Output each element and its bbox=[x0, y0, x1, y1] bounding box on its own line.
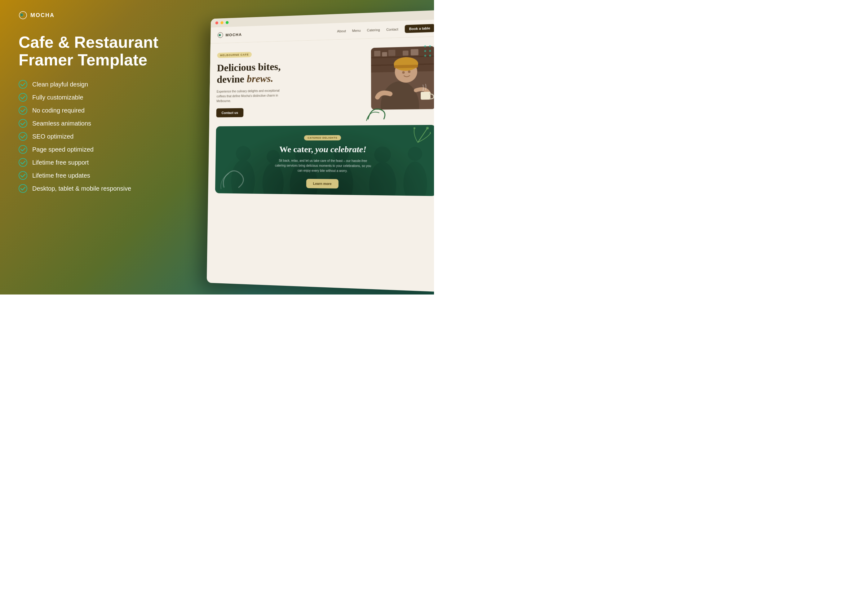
svg-point-53 bbox=[426, 127, 429, 129]
feature-item: Lifetime free updates bbox=[19, 171, 186, 180]
catering-title: We cater, you celebrate! bbox=[221, 144, 430, 155]
contact-us-button[interactable]: Contact us bbox=[216, 108, 244, 118]
feature-item: Page speed optimized bbox=[19, 145, 186, 154]
browser-mockup: MOCHA About Menu Catering Contact Book a… bbox=[207, 10, 434, 292]
feature-item: Clean playful design bbox=[19, 80, 186, 89]
feature-item: Fully customizable bbox=[19, 93, 186, 102]
svg-rect-19 bbox=[374, 51, 380, 56]
nav-book-table[interactable]: Book a table bbox=[404, 24, 434, 33]
melbourne-badge: MELBOURNE CAFE bbox=[217, 52, 252, 58]
browser-dot-minimize bbox=[220, 21, 223, 24]
svg-point-55 bbox=[430, 132, 431, 134]
svg-point-2 bbox=[21, 14, 23, 16]
nav-links: About Menu Catering Contact Book a table bbox=[337, 24, 434, 35]
svg-point-54 bbox=[413, 127, 415, 129]
browser-dot-maximize bbox=[226, 21, 229, 24]
check-icon bbox=[19, 119, 27, 128]
svg-point-37 bbox=[424, 55, 426, 57]
check-icon bbox=[19, 171, 27, 180]
check-icon bbox=[19, 145, 27, 154]
catering-badge: CATERED DELIGHTS bbox=[304, 135, 341, 140]
catering-leaf-deco bbox=[405, 127, 431, 146]
site-logo-icon bbox=[217, 32, 223, 38]
hero-left: MELBOURNE CAFE Delicious bites, devine b… bbox=[216, 48, 365, 118]
feature-label: Fully customizable bbox=[32, 94, 83, 101]
svg-rect-21 bbox=[388, 50, 396, 56]
hero-description: Experience the culinary delights and exc… bbox=[216, 89, 281, 104]
check-icon bbox=[19, 80, 27, 89]
feature-label: Page speed optimized bbox=[32, 146, 94, 153]
feature-label: Seamless animations bbox=[32, 120, 91, 127]
brand-name: MOCHA bbox=[30, 12, 55, 19]
svg-point-31 bbox=[424, 45, 426, 47]
svg-rect-30 bbox=[421, 92, 431, 100]
site-logo: MOCHA bbox=[217, 31, 242, 38]
left-panel: MOCHA Cafe & Restaurant Framer Template … bbox=[12, 0, 192, 294]
catering-wrapper: CATERED DELIGHTS We cater, you celebrate… bbox=[207, 122, 434, 292]
check-icon bbox=[19, 184, 27, 193]
catering-section: CATERED DELIGHTS We cater, you celebrate… bbox=[215, 125, 434, 196]
nav-menu[interactable]: Menu bbox=[352, 28, 361, 32]
browser-mockup-container: MOCHA About Menu Catering Contact Book a… bbox=[205, 12, 434, 285]
deco-dots bbox=[422, 43, 434, 59]
hero-title: Delicious bites, devine brews. bbox=[217, 59, 365, 86]
check-icon bbox=[19, 106, 27, 115]
feature-label: Clean playful design bbox=[32, 81, 88, 88]
svg-point-10 bbox=[19, 171, 27, 180]
browser-dot-close bbox=[216, 21, 218, 25]
svg-point-9 bbox=[19, 158, 27, 167]
svg-point-8 bbox=[19, 145, 27, 154]
hero-section: MELBOURNE CAFE Delicious bites, devine b… bbox=[209, 37, 434, 124]
check-icon bbox=[19, 132, 27, 141]
svg-rect-23 bbox=[411, 49, 418, 56]
feature-label: Desktop, tablet & mobile responsive bbox=[32, 185, 131, 192]
script-decoration bbox=[365, 103, 390, 122]
nav-contact[interactable]: Contact bbox=[386, 27, 399, 31]
svg-point-4 bbox=[19, 93, 27, 101]
main-heading: Cafe & Restaurant Framer Template bbox=[19, 34, 186, 69]
check-icon bbox=[19, 158, 27, 167]
svg-rect-22 bbox=[403, 50, 409, 56]
svg-point-32 bbox=[429, 45, 431, 47]
feature-item: Desktop, tablet & mobile responsive bbox=[19, 184, 186, 193]
svg-point-7 bbox=[19, 132, 27, 140]
feature-label: Lifetime free support bbox=[32, 159, 89, 166]
svg-rect-20 bbox=[382, 52, 387, 56]
feature-label: Lifetime free updates bbox=[32, 172, 90, 179]
svg-point-35 bbox=[429, 50, 431, 52]
feature-item: Lifetime free support bbox=[19, 158, 186, 167]
catering-content: CATERED DELIGHTS We cater, you celebrate… bbox=[221, 134, 430, 189]
features-list: Clean playful design Fully customizable … bbox=[19, 80, 186, 193]
nav-catering[interactable]: Catering bbox=[367, 28, 380, 32]
feature-item: No coding required bbox=[19, 106, 186, 115]
brand-logo: MOCHA bbox=[19, 11, 186, 19]
mocha-logo-icon bbox=[19, 11, 27, 19]
hero-image-container bbox=[371, 46, 434, 116]
catering-description: Sit back, relax, and let us take care of… bbox=[273, 158, 373, 174]
svg-point-5 bbox=[19, 106, 27, 114]
feature-item: Seamless animations bbox=[19, 119, 186, 128]
nav-about[interactable]: About bbox=[337, 29, 346, 33]
svg-point-11 bbox=[19, 185, 27, 192]
svg-point-6 bbox=[19, 120, 27, 127]
feature-item: SEO optimized bbox=[19, 132, 186, 141]
feature-label: No coding required bbox=[32, 107, 85, 114]
learn-more-button[interactable]: Learn more bbox=[306, 179, 338, 189]
svg-point-3 bbox=[19, 80, 27, 89]
site-logo-text: MOCHA bbox=[225, 32, 242, 37]
svg-point-34 bbox=[424, 50, 426, 52]
check-icon bbox=[19, 93, 27, 102]
svg-point-38 bbox=[429, 55, 431, 56]
feature-label: SEO optimized bbox=[32, 133, 74, 140]
svg-rect-27 bbox=[394, 65, 418, 68]
